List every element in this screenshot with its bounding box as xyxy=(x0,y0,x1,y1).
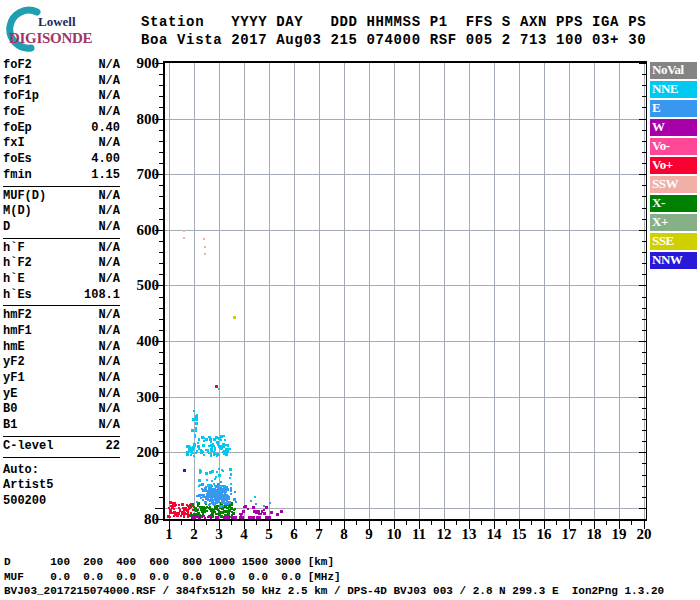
scatter-point xyxy=(203,515,205,517)
x-major-tick xyxy=(319,521,320,529)
param-row-fmin: fmin1.15 xyxy=(3,168,120,184)
param-label: C-level xyxy=(3,439,53,455)
param-row-md: M(D)N/A xyxy=(3,204,120,220)
scatter-point xyxy=(230,490,232,492)
scatter-point xyxy=(230,487,232,489)
param-separator xyxy=(3,436,120,437)
scatter-point xyxy=(210,484,212,486)
x-axis-label: 12 xyxy=(431,525,457,543)
scatter-point xyxy=(223,435,225,437)
x-minor-tick xyxy=(206,521,207,525)
scatter-point xyxy=(191,429,194,432)
scatter-point xyxy=(204,246,206,248)
scatter-point xyxy=(213,438,216,441)
scatter-point xyxy=(208,436,210,438)
scatter-point xyxy=(201,488,203,490)
param-label: foEs xyxy=(3,152,32,168)
param-row-hf: h`FN/A xyxy=(3,241,120,257)
header-line-columns: Station YYYY DAY DDD HHMMSS P1 FFS S AXN… xyxy=(141,14,646,30)
param-row-hes: h`Es108.1 xyxy=(3,288,120,304)
param-label: h`F2 xyxy=(3,256,32,272)
scatter-point xyxy=(224,439,226,441)
param-value: N/A xyxy=(98,241,120,257)
scatter-point xyxy=(193,443,196,446)
param-label: MUF(D) xyxy=(3,189,46,205)
station-header: Station YYYY DAY DDD HHMMSS P1 FFS S AXN… xyxy=(141,13,646,49)
x-major-tick xyxy=(219,521,220,529)
param-row-fof1: foF1N/A xyxy=(3,74,120,90)
scatter-point xyxy=(197,442,199,444)
scatter-point xyxy=(210,515,212,517)
x-minor-tick xyxy=(581,521,582,525)
param-value: N/A xyxy=(98,220,120,236)
scatter-point xyxy=(247,508,249,510)
scatter-point xyxy=(233,316,236,319)
param-label: foF1 xyxy=(3,74,32,90)
scatter-point xyxy=(230,473,232,475)
param-label: yF2 xyxy=(3,355,25,371)
y-axis-label: 900 xyxy=(125,54,159,72)
param-separator xyxy=(3,305,120,306)
scatter-point xyxy=(183,237,185,239)
scatter-point xyxy=(178,507,180,509)
grid-line-horizontal xyxy=(164,452,646,453)
scatter-point xyxy=(199,506,201,508)
scatter-point xyxy=(258,512,260,514)
grid-line-vertical xyxy=(644,63,645,519)
param-row-foes: foEs4.00 xyxy=(3,152,120,168)
legend-item-w: W xyxy=(650,119,697,136)
scatter-point xyxy=(231,504,233,506)
x-axis-label: 18 xyxy=(581,525,607,543)
scatter-point xyxy=(234,491,236,493)
x-axis-label: 6 xyxy=(281,525,307,543)
x-minor-tick xyxy=(631,521,632,525)
scatter-point xyxy=(198,479,201,482)
scatter-point xyxy=(210,453,212,455)
x-minor-tick xyxy=(231,521,232,525)
param-row-yf1: yF1N/A xyxy=(3,371,120,387)
legend-item-vo: Vo+ xyxy=(650,157,697,174)
scatter-point xyxy=(183,230,185,232)
scatter-point xyxy=(224,503,226,505)
x-axis-label: 20 xyxy=(631,525,657,543)
lowell-digisonde-logo: Lowell DIGISONDE xyxy=(2,4,132,54)
scatter-point xyxy=(193,455,195,457)
y-major-tick xyxy=(155,119,164,120)
scatter-point xyxy=(207,484,210,487)
x-minor-tick xyxy=(556,521,557,525)
scatter-point xyxy=(186,453,189,456)
param-label: B0 xyxy=(3,402,17,418)
param-row-hmf2: hmF2N/A xyxy=(3,308,120,324)
scatter-point xyxy=(218,474,221,477)
scatter-point xyxy=(174,514,176,516)
param-value: N/A xyxy=(98,105,120,121)
y-axis-label: 400 xyxy=(125,332,159,350)
param-row-fof2: foF2N/A xyxy=(3,58,120,74)
param-label: hmE xyxy=(3,340,25,356)
scatter-point xyxy=(198,485,200,487)
grid-line-vertical xyxy=(619,63,620,519)
x-major-tick xyxy=(194,521,195,529)
scatter-point xyxy=(243,506,245,508)
grid-line-vertical xyxy=(269,63,270,519)
x-major-tick xyxy=(569,521,570,529)
scatter-point xyxy=(254,496,256,498)
x-axis-spine xyxy=(163,519,647,521)
scatter-point xyxy=(242,510,245,513)
scatter-point xyxy=(198,439,200,441)
param-value: N/A xyxy=(98,355,120,371)
scatter-point xyxy=(214,485,216,487)
param-value: N/A xyxy=(98,204,120,220)
y-major-tick xyxy=(155,63,164,64)
scatter-point xyxy=(210,444,213,447)
x-minor-tick xyxy=(381,521,382,525)
right-spine xyxy=(646,62,647,520)
param-value: N/A xyxy=(98,189,120,205)
scatter-point xyxy=(207,449,209,451)
grid-line-vertical xyxy=(319,63,320,519)
scatter-point xyxy=(263,512,266,515)
param-row-mufd: MUF(D)N/A xyxy=(3,189,120,205)
x-axis-label: 19 xyxy=(606,525,632,543)
scatter-point xyxy=(209,499,212,502)
x-minor-tick xyxy=(331,521,332,525)
